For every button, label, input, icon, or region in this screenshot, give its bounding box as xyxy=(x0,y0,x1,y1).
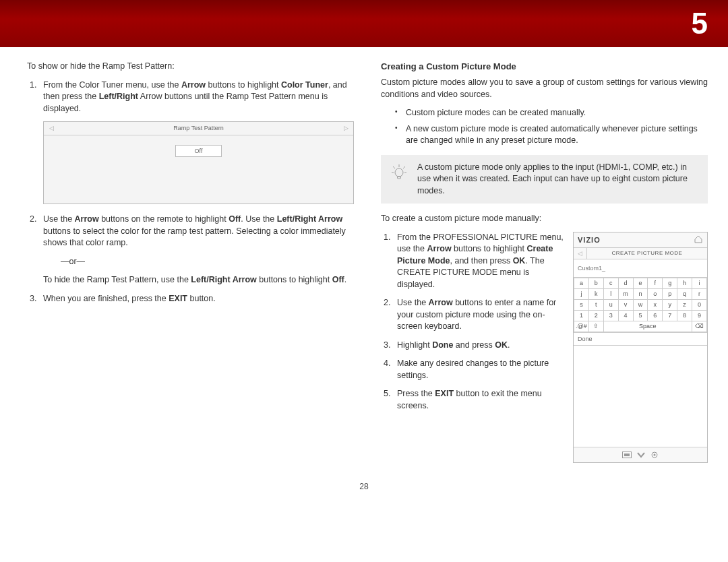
ramp-off-button[interactable]: Off xyxy=(175,145,222,158)
section-heading: Creating a Custom Picture Mode xyxy=(381,61,708,73)
key[interactable]: y xyxy=(663,299,677,310)
key[interactable]: 0 xyxy=(692,299,707,310)
text: To hide the Ramp Test Pattern, use the xyxy=(43,275,191,284)
key[interactable]: 3 xyxy=(603,310,618,321)
device-header: VIZIO xyxy=(574,232,707,248)
text: button. xyxy=(187,294,216,303)
ramp-body: Off xyxy=(44,135,353,167)
ramp-header: ◁ Ramp Test Pattern ▷ xyxy=(44,122,353,135)
svg-rect-8 xyxy=(624,454,630,456)
page-number: 28 xyxy=(0,470,728,503)
device-mockup: VIZIO ◁ CREATE PICTURE MODE Custom1_ abc… xyxy=(573,232,708,463)
off-label: Off xyxy=(229,214,241,224)
svg-point-0 xyxy=(395,168,403,177)
arrow-label: Arrow xyxy=(429,298,453,307)
key[interactable]: g xyxy=(663,278,677,288)
key[interactable]: 2 xyxy=(588,310,603,321)
symbols-key[interactable]: .@# xyxy=(574,321,589,332)
key[interactable]: v xyxy=(618,299,633,310)
off-label: Off xyxy=(332,275,344,284)
back-arrow-icon[interactable]: ◁ xyxy=(574,248,587,259)
key[interactable]: w xyxy=(633,299,648,310)
backspace-key[interactable]: ⌫ xyxy=(692,321,707,332)
svg-line-4 xyxy=(403,166,405,168)
device-empty-area xyxy=(574,346,707,447)
exit-label: EXIT xyxy=(435,389,454,398)
text: Press the xyxy=(397,389,435,398)
key[interactable]: n xyxy=(633,288,648,299)
key[interactable]: r xyxy=(692,288,707,299)
key[interactable]: l xyxy=(603,288,618,299)
key[interactable]: h xyxy=(677,278,692,288)
create-step-1: From the PROFESSIONAL PICTURE menu, use … xyxy=(393,232,564,291)
key[interactable]: p xyxy=(663,288,677,299)
key[interactable]: s xyxy=(574,299,589,310)
device-footer xyxy=(574,447,707,462)
key[interactable]: 7 xyxy=(663,310,677,321)
left-step-1: From the Color Tuner menu, use the Arrow… xyxy=(39,80,354,205)
text: buttons to select the color for the ramp… xyxy=(43,226,346,248)
arrow-label: Arrow xyxy=(427,244,451,253)
right-intro: Custom picture modes allow you to save a… xyxy=(381,77,708,100)
key[interactable]: 1 xyxy=(574,310,589,321)
key[interactable]: q xyxy=(677,288,692,299)
space-key[interactable]: Space xyxy=(603,321,692,332)
right-arrow-icon[interactable]: ▷ xyxy=(338,122,353,135)
key[interactable]: a xyxy=(574,278,589,288)
key[interactable]: x xyxy=(648,299,663,310)
create-step-3: Highlight Done and press OK. xyxy=(393,340,564,352)
key[interactable]: c xyxy=(603,278,618,288)
create-step-4: Make any desired changes to the picture … xyxy=(393,358,564,381)
key[interactable]: j xyxy=(574,288,589,299)
exit-label: EXIT xyxy=(169,294,187,303)
key[interactable]: u xyxy=(603,299,618,310)
text: . xyxy=(508,340,510,350)
steps-narrow: From the PROFESSIONAL PICTURE menu, use … xyxy=(381,232,564,463)
key[interactable]: i xyxy=(692,278,707,288)
text: buttons on the remote to highlight xyxy=(99,214,229,224)
left-intro: To show or hide the Ramp Test Pattern: xyxy=(27,61,354,73)
mode-name-input[interactable]: Custom1_ xyxy=(574,259,707,278)
key[interactable]: 5 xyxy=(633,310,648,321)
key[interactable]: 4 xyxy=(618,310,633,321)
text: Use the xyxy=(397,298,429,307)
key[interactable]: t xyxy=(588,299,603,310)
key[interactable]: f xyxy=(648,278,663,288)
gear-icon[interactable] xyxy=(650,451,659,458)
bullet-2: A new custom picture mode is created aut… xyxy=(398,123,708,147)
done-button[interactable]: Done xyxy=(574,332,707,346)
key[interactable]: b xyxy=(588,278,603,288)
v-icon[interactable] xyxy=(636,451,646,458)
text: . xyxy=(344,275,346,284)
device-bar-title: CREATE PICTURE MODE xyxy=(587,248,707,258)
svg-point-10 xyxy=(653,454,655,456)
tip-box: A custom picture mode only applies to th… xyxy=(381,155,708,204)
key[interactable]: e xyxy=(633,278,648,288)
key[interactable]: k xyxy=(588,288,603,299)
ramp-title: Ramp Test Pattern xyxy=(59,122,338,135)
bullet-list: Custom picture modes can be created manu… xyxy=(381,107,708,147)
left-step-2: Use the Arrow buttons on the remote to h… xyxy=(39,214,354,286)
home-icon[interactable] xyxy=(694,235,703,245)
key[interactable]: 6 xyxy=(648,310,663,321)
key[interactable]: 8 xyxy=(677,310,692,321)
arrow-label: Arrow xyxy=(181,80,206,90)
key[interactable]: 9 xyxy=(692,310,707,321)
keyboard-row: .@# ⇧ Space ⌫ xyxy=(574,321,707,332)
arrow-label: Arrow xyxy=(75,214,99,224)
keyboard-row: stuvwxyz0 xyxy=(574,299,707,310)
cc-icon[interactable] xyxy=(622,451,632,458)
keyboard-row: abcdefghi xyxy=(574,278,707,288)
keyboard-row: jklmnopqr xyxy=(574,288,707,299)
steps-and-device: From the PROFESSIONAL PICTURE menu, use … xyxy=(381,232,708,463)
create-step-2: Use the Arrow buttons to enter a name fo… xyxy=(393,297,564,333)
text: buttons to highlight xyxy=(206,80,281,90)
shift-key[interactable]: ⇧ xyxy=(588,321,603,332)
text: and press xyxy=(453,340,495,350)
key[interactable]: o xyxy=(648,288,663,299)
key[interactable]: z xyxy=(677,299,692,310)
left-arrow-icon[interactable]: ◁ xyxy=(44,122,59,135)
key[interactable]: d xyxy=(618,278,633,288)
key[interactable]: m xyxy=(618,288,633,299)
or-separator: —or— xyxy=(61,256,354,268)
